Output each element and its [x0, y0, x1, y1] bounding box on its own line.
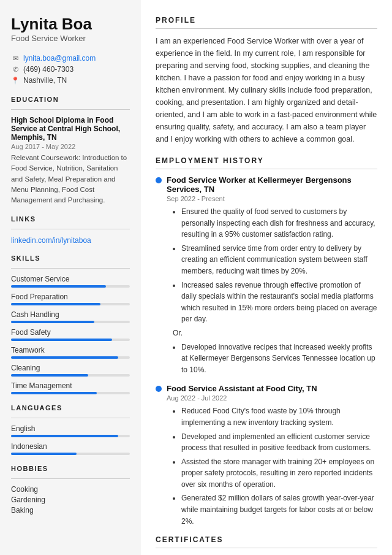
employment-section: Employment History Food Service Worker a… [156, 156, 377, 527]
language-item: Indonesian [11, 442, 130, 455]
hobby-item: Gardening [11, 496, 130, 504]
certificates-section: Certificates ServSafe Food Handler Certi… [156, 535, 377, 555]
phone-text: (469) 460-7303 [23, 65, 74, 74]
employment-job: Food Service Worker at Kellermeyer Berge… [156, 175, 377, 375]
profile-title: Profile [156, 16, 377, 25]
edu-dates: Aug 2017 - May 2022 [11, 143, 130, 150]
emp-bullets: Reduced Food City's food waste by 10% th… [173, 405, 377, 527]
candidate-title: Food Service Worker [11, 34, 130, 43]
skill-bar-fill [11, 374, 88, 377]
education-section: Education High School Diploma in Food Se… [11, 96, 130, 205]
email-icon: ✉ [11, 55, 20, 63]
skill-bar-fill [11, 303, 100, 305]
emp-job-header: Food Service Assistant at Food City, TN [156, 384, 377, 393]
skill-label: Customer Service [11, 275, 130, 283]
education-heading: Education [11, 96, 130, 103]
phone-item: ✆ (469) 460-7303 [11, 65, 130, 74]
edu-coursework: Relevant Coursework: Introduction to Foo… [11, 153, 130, 205]
skills-heading: Skills [11, 255, 130, 262]
emp-bullet: Or. [173, 327, 377, 339]
language-bar-bg [11, 453, 130, 455]
emp-bullet: Increased sales revenue through effectiv… [181, 280, 377, 325]
emp-dot [156, 386, 162, 392]
profile-text: I am an experienced Food Service Worker … [156, 35, 377, 145]
skill-label: Teamwork [11, 346, 130, 354]
emp-date: Aug 2022 - Jul 2022 [167, 394, 377, 402]
links-section: Links linkedin.com/in/lynitaboa [11, 215, 130, 245]
language-label: Indonesian [11, 442, 130, 451]
skill-bar-fill [11, 392, 97, 394]
skill-bar-fill [11, 285, 106, 288]
linkedin-link[interactable]: linkedin.com/in/lynitaboa [11, 236, 91, 245]
hobbies-section: Hobbies CookingGardeningBaking [11, 465, 130, 515]
emp-dot [156, 177, 162, 183]
email-item: ✉ lynita.boa@gmail.com [11, 54, 130, 63]
emp-bullet: Reduced Food City's food waste by 10% th… [181, 405, 377, 428]
languages-heading: Languages [11, 404, 130, 411]
employment-job: Food Service Assistant at Food City, TN … [156, 384, 377, 527]
phone-icon: ✆ [11, 66, 20, 74]
skill-label: Cleaning [11, 364, 130, 372]
language-bar-bg [11, 435, 130, 437]
skill-item: Cleaning [11, 364, 130, 377]
skill-label: Food Preparation [11, 293, 130, 301]
linkedin-link-item: linkedin.com/in/lynitaboa [11, 235, 130, 245]
skill-bar-bg [11, 356, 130, 359]
emp-job-title: Food Service Assistant at Food City, TN [167, 384, 317, 393]
language-item: English [11, 424, 130, 437]
hobby-item: Baking [11, 506, 130, 515]
language-bar-fill [11, 435, 118, 437]
skill-item: Time Management [11, 381, 130, 394]
language-bar-fill [11, 453, 77, 455]
skill-bar-fill [11, 356, 118, 359]
emp-job-header: Food Service Worker at Kellermeyer Berge… [156, 175, 377, 194]
skill-item: Food Safety [11, 328, 130, 341]
hobby-item: Cooking [11, 485, 130, 494]
emp-bullet: Streamlined service time from order entr… [181, 243, 377, 277]
emp-date: Sep 2022 - Present [167, 195, 377, 202]
emp-bullet: Developed and implemented an efficient c… [181, 431, 377, 454]
emp-bullet: Developed innovative recipes that increa… [181, 342, 377, 376]
skills-section: Skills Customer Service Food Preparation… [11, 255, 130, 394]
location-item: 📍 Nashville, TN [11, 76, 130, 85]
emp-bullet: Generated $2 million dollars of sales gr… [181, 492, 377, 527]
skill-bar-fill [11, 339, 112, 341]
links-heading: Links [11, 215, 130, 223]
skill-label: Food Safety [11, 328, 130, 337]
certificates-title: Certificates [156, 535, 377, 544]
emp-bullet: Ensured the quality of food served to cu… [181, 206, 377, 240]
location-icon: 📍 [11, 77, 20, 85]
email-link[interactable]: lynita.boa@gmail.com [23, 54, 96, 63]
skill-bar-bg [11, 303, 130, 305]
skill-item: Customer Service [11, 275, 130, 288]
employment-title: Employment History [156, 156, 377, 165]
emp-job-title: Food Service Worker at Kellermeyer Berge… [167, 175, 377, 194]
contact-section: ✉ lynita.boa@gmail.com ✆ (469) 460-7303 … [11, 54, 130, 85]
hobbies-heading: Hobbies [11, 465, 130, 472]
skill-item: Food Preparation [11, 293, 130, 305]
profile-section: Profile I am an experienced Food Service… [156, 16, 377, 145]
skill-bar-bg [11, 339, 130, 341]
skill-label: Time Management [11, 381, 130, 390]
edu-degree: High School Diploma in Food Service at C… [11, 116, 130, 142]
emp-bullet: Assisted the store manager with training… [181, 456, 377, 491]
skill-item: Cash Handling [11, 310, 130, 323]
skill-item: Teamwork [11, 346, 130, 359]
candidate-name: Lynita Boa [11, 15, 130, 34]
skill-bar-bg [11, 321, 130, 323]
skill-bar-bg [11, 285, 130, 288]
language-label: English [11, 424, 130, 433]
skill-label: Cash Handling [11, 310, 130, 319]
location-text: Nashville, TN [23, 76, 67, 85]
languages-section: Languages English Indonesian [11, 404, 130, 455]
skill-bar-bg [11, 374, 130, 377]
skill-bar-fill [11, 321, 94, 323]
skill-bar-bg [11, 392, 130, 394]
emp-bullets: Ensured the quality of food served to cu… [173, 206, 377, 375]
